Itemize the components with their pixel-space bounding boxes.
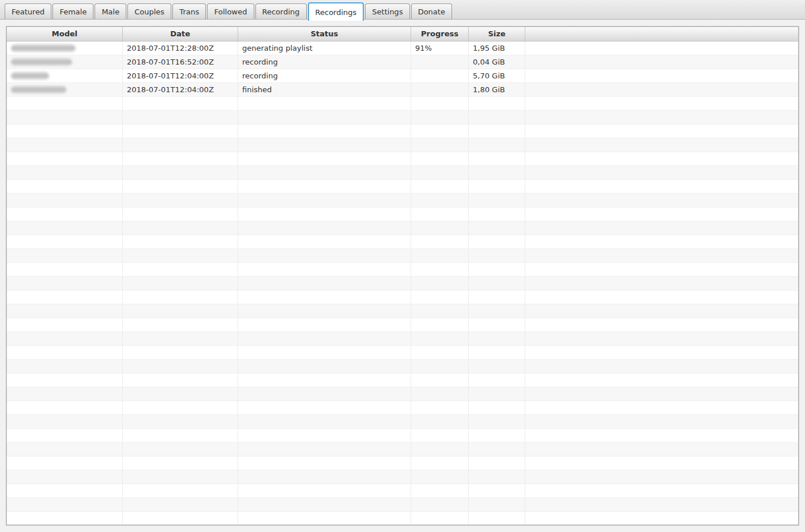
empty-table-row[interactable] bbox=[7, 484, 798, 498]
empty-table-row[interactable] bbox=[7, 97, 798, 111]
cell-status bbox=[238, 304, 411, 318]
empty-table-row[interactable] bbox=[7, 221, 798, 235]
cell-model bbox=[7, 373, 123, 387]
empty-table-row[interactable] bbox=[7, 415, 798, 429]
column-header-progress[interactable]: Progress bbox=[411, 27, 469, 41]
cell-model bbox=[7, 221, 123, 235]
cell-size: 1,95 GiB bbox=[469, 41, 525, 55]
tab-donate[interactable]: Donate bbox=[411, 3, 452, 19]
empty-table-row[interactable] bbox=[7, 207, 798, 221]
cell-date bbox=[123, 456, 238, 470]
column-header-model[interactable]: Model bbox=[7, 27, 123, 41]
cell-progress bbox=[411, 346, 469, 360]
empty-table-row[interactable] bbox=[7, 346, 798, 360]
cell-progress bbox=[411, 249, 469, 263]
tab-recordings[interactable]: Recordings bbox=[308, 2, 364, 21]
empty-table-row[interactable] bbox=[7, 249, 798, 263]
empty-table-row[interactable] bbox=[7, 332, 798, 346]
tab-couples[interactable]: Couples bbox=[127, 3, 171, 19]
cell-progress bbox=[411, 69, 469, 83]
empty-table-row[interactable] bbox=[7, 180, 798, 194]
tab-settings[interactable]: Settings bbox=[365, 3, 409, 19]
tab-trans[interactable]: Trans bbox=[172, 3, 206, 19]
tab-featured[interactable]: Featured bbox=[5, 3, 51, 19]
empty-table-row[interactable] bbox=[7, 318, 798, 332]
cell-filler bbox=[525, 41, 798, 55]
cell-model bbox=[7, 470, 123, 484]
cell-filler bbox=[525, 456, 798, 470]
cell-model bbox=[7, 124, 123, 138]
cell-status: finished bbox=[238, 83, 411, 97]
empty-table-row[interactable] bbox=[7, 263, 798, 277]
cell-progress bbox=[411, 373, 469, 387]
tab-recording[interactable]: Recording bbox=[255, 3, 307, 19]
cell-progress bbox=[411, 401, 469, 415]
empty-table-row[interactable] bbox=[7, 512, 798, 526]
tab-followed[interactable]: Followed bbox=[207, 3, 254, 19]
empty-table-row[interactable] bbox=[7, 498, 798, 512]
cell-progress bbox=[411, 415, 469, 429]
cell-date bbox=[123, 415, 238, 429]
table-row[interactable]: 2018-07-01T12:04:00Zrecording5,70 GiB bbox=[7, 69, 798, 83]
cell-date bbox=[123, 401, 238, 415]
cell-filler bbox=[525, 373, 798, 387]
empty-table-row[interactable] bbox=[7, 304, 798, 318]
empty-table-row[interactable] bbox=[7, 401, 798, 415]
cell-date bbox=[123, 290, 238, 304]
cell-progress bbox=[411, 138, 469, 152]
empty-table-row[interactable] bbox=[7, 373, 798, 387]
tab-female[interactable]: Female bbox=[52, 3, 93, 19]
cell-date bbox=[123, 318, 238, 332]
tab-label: Settings bbox=[372, 7, 402, 16]
cell-filler bbox=[525, 235, 798, 249]
table-row[interactable]: 2018-07-01T12:04:00Zfinished1,80 GiB bbox=[7, 83, 798, 97]
cell-date bbox=[123, 207, 238, 221]
cell-status bbox=[238, 124, 411, 138]
empty-table-row[interactable] bbox=[7, 443, 798, 456]
empty-table-row[interactable] bbox=[7, 470, 798, 484]
empty-table-row[interactable] bbox=[7, 111, 798, 124]
cell-size bbox=[469, 512, 525, 526]
cell-model bbox=[7, 415, 123, 429]
empty-table-row[interactable] bbox=[7, 290, 798, 304]
table-row[interactable]: 2018-07-01T12:28:00Zgenerating playlist9… bbox=[7, 41, 798, 55]
empty-table-row[interactable] bbox=[7, 387, 798, 401]
cell-size bbox=[469, 401, 525, 415]
cell-model bbox=[7, 97, 123, 111]
cell-size bbox=[469, 456, 525, 470]
cell-date bbox=[123, 138, 238, 152]
cell-status bbox=[238, 332, 411, 346]
cell-date bbox=[123, 512, 238, 526]
cell-date bbox=[123, 346, 238, 360]
empty-table-row[interactable] bbox=[7, 152, 798, 166]
cell-filler bbox=[525, 443, 798, 456]
empty-table-row[interactable] bbox=[7, 166, 798, 180]
cell-model bbox=[7, 235, 123, 249]
empty-table-row[interactable] bbox=[7, 429, 798, 443]
column-header-size[interactable]: Size bbox=[469, 27, 525, 41]
cell-status bbox=[238, 277, 411, 290]
empty-table-row[interactable] bbox=[7, 138, 798, 152]
tab-label: Recordings bbox=[315, 8, 357, 17]
cell-filler bbox=[525, 498, 798, 512]
cell-date bbox=[123, 332, 238, 346]
table-row[interactable]: 2018-07-01T16:52:00Zrecording0,04 GiB bbox=[7, 55, 798, 69]
cell-model bbox=[7, 83, 123, 97]
empty-table-row[interactable] bbox=[7, 194, 798, 207]
empty-table-row[interactable] bbox=[7, 456, 798, 470]
cell-filler bbox=[525, 124, 798, 138]
empty-table-row[interactable] bbox=[7, 124, 798, 138]
cell-size bbox=[469, 373, 525, 387]
column-header-date[interactable]: Date bbox=[123, 27, 238, 41]
cell-model bbox=[7, 249, 123, 263]
cell-filler bbox=[525, 401, 798, 415]
tab-male[interactable]: Male bbox=[95, 3, 126, 19]
column-header-status[interactable]: Status bbox=[238, 27, 411, 41]
cell-date bbox=[123, 277, 238, 290]
cell-filler bbox=[525, 138, 798, 152]
empty-table-row[interactable] bbox=[7, 277, 798, 290]
empty-table-row[interactable] bbox=[7, 360, 798, 373]
empty-table-row[interactable] bbox=[7, 235, 798, 249]
cell-size bbox=[469, 387, 525, 401]
cell-model bbox=[7, 484, 123, 498]
